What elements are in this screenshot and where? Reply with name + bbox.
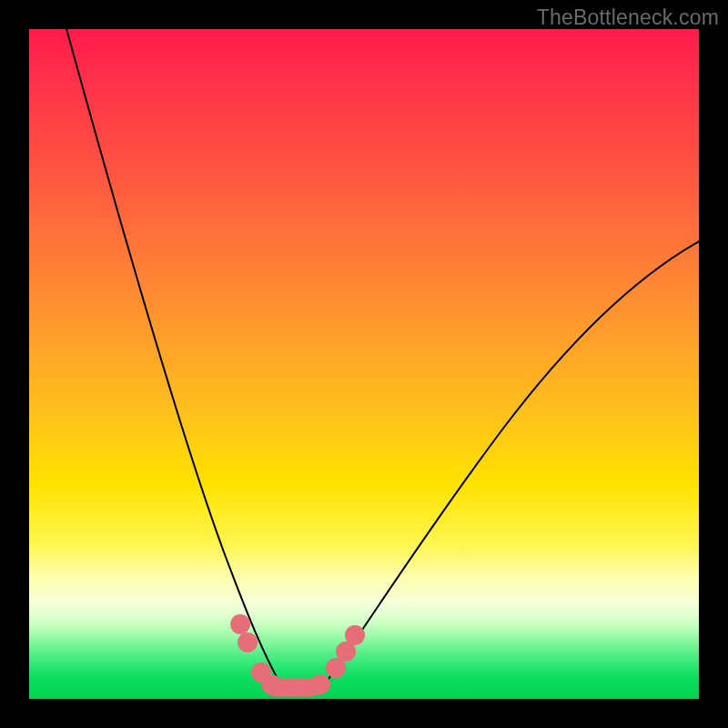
bead-marker <box>238 632 258 652</box>
left-curve <box>66 25 282 687</box>
bead-marker <box>261 674 281 694</box>
bead-marker <box>230 614 250 634</box>
chart-frame: TheBottleneck.com <box>0 0 728 728</box>
bead-marker <box>310 674 330 694</box>
watermark-text: TheBottleneck.com <box>537 5 719 30</box>
bead-marker <box>282 679 300 697</box>
curves-layer <box>29 29 699 699</box>
right-curve <box>322 238 704 688</box>
plot-area <box>29 29 699 699</box>
bead-marker <box>345 625 365 645</box>
